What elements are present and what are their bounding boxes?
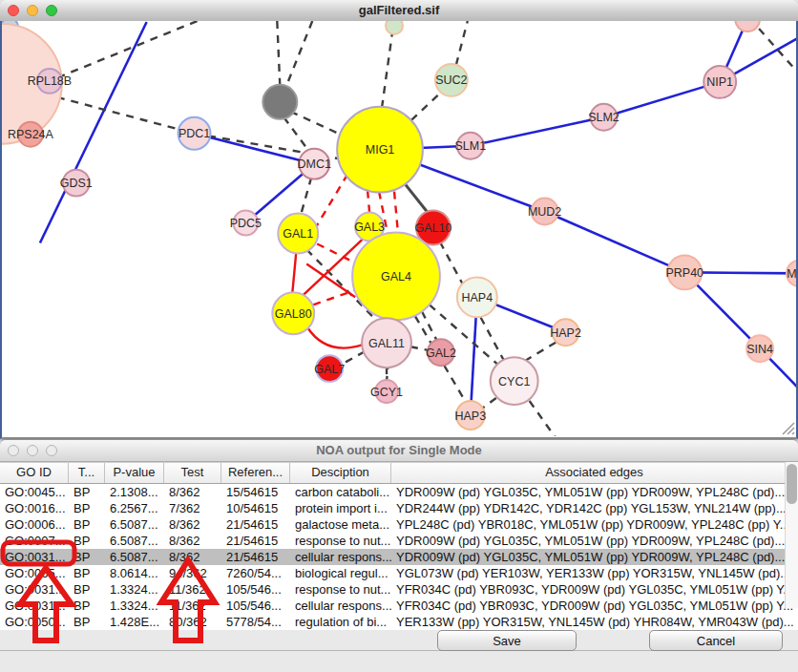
table-cell: BP xyxy=(69,598,105,614)
vertical-scrollbar[interactable] xyxy=(785,462,798,608)
network-edge xyxy=(603,82,720,117)
table-row[interactable]: GO:0006...BP6.5087...8/36221/54615galact… xyxy=(0,516,798,533)
network-edge xyxy=(530,401,556,436)
node-label-PDC1: PDC1 xyxy=(178,127,210,140)
network-edge xyxy=(525,341,558,361)
table-cell: GO:0031... xyxy=(0,549,69,565)
node-label-GAL1: GAL1 xyxy=(283,227,313,241)
table-row[interactable]: GO:0031...BP1.3324...11/362105/546...res… xyxy=(0,581,798,598)
network-edge xyxy=(307,327,363,347)
network-edge xyxy=(422,311,437,341)
node-label-GAL80: GAL80 xyxy=(275,307,312,321)
table-row[interactable]: GO:0016...BP6.2567...7/36210/54615protei… xyxy=(0,500,798,516)
table-cell: 15/54615 xyxy=(221,484,290,500)
table-cell: 11/362 xyxy=(164,581,221,598)
node-green-top[interactable] xyxy=(386,21,403,34)
node-label-GDS1: GDS1 xyxy=(60,177,93,190)
table-cell: carbon cataboli... xyxy=(290,484,391,500)
table-cell: GO:0031... xyxy=(0,581,69,598)
screen: galFiltered.sif RPL18BRPS24AGDS1PDC1DMC1… xyxy=(0,0,798,672)
network-canvas[interactable]: RPL18BRPS24AGDS1PDC1DMC1MIG1SUC2SLM1SLM2… xyxy=(0,21,798,439)
network-edge xyxy=(195,134,315,164)
table-header-row: GO IDT...P-valueTestReferen...Desciption… xyxy=(0,462,798,484)
node-label-HAP4: HAP4 xyxy=(462,291,494,304)
table-cell: BP xyxy=(69,533,105,549)
column-header-associated-edges[interactable]: Associated edges xyxy=(391,463,798,483)
table-cell: 80/362 xyxy=(164,614,221,630)
table-cell: GO:0006... xyxy=(0,516,69,533)
column-header-desciption[interactable]: Desciption xyxy=(290,463,391,483)
network-edge xyxy=(317,243,355,262)
table-cell: GO:0050... xyxy=(0,614,69,630)
table-row[interactable]: GO:0031...BP6.5087...8/36221/54615cellul… xyxy=(0,549,798,565)
node-label-GAL7: GAL7 xyxy=(314,363,345,376)
table-row[interactable]: GO:0007...BP6.5087...8/36221/54615respon… xyxy=(0,533,798,549)
table-cell: 8.0614... xyxy=(105,565,164,581)
network-edge xyxy=(284,117,308,151)
table-cell: 21/54615 xyxy=(221,516,290,533)
table-cell: 6.5087... xyxy=(105,516,164,533)
scrollbar-thumb[interactable] xyxy=(787,464,797,504)
table-row[interactable]: GO:0045...BP2.1308...8/36215/54615carbon… xyxy=(0,484,798,500)
node-gray-node[interactable] xyxy=(262,85,297,119)
node-label-RPS24A: RPS24A xyxy=(8,128,54,141)
table-cell: YDR009W (pd) YGL035C, YML051W (pp) YDR00… xyxy=(391,533,798,549)
node-pink-topright[interactable] xyxy=(735,21,760,32)
node-label-PRP40: PRP40 xyxy=(666,266,704,280)
node-label-MSN: MSN xyxy=(787,267,796,281)
table-cell: 6.2567... xyxy=(105,500,164,516)
node-label-SLM2: SLM2 xyxy=(588,111,620,124)
cancel-button[interactable]: Cancel xyxy=(649,630,783,651)
network-edge xyxy=(292,252,296,293)
network-edge xyxy=(40,22,147,242)
table-cell: BP xyxy=(69,500,105,516)
table-cell: galactose meta... xyxy=(290,516,391,533)
network-edge xyxy=(382,32,392,108)
noa-titlebar[interactable]: NOA output for Single Mode xyxy=(0,440,798,462)
table-cell: YGL073W (pd) YER103W, YER133W (pp) YOR31… xyxy=(391,565,798,581)
network-edge xyxy=(482,398,496,409)
table-cell: GO:0065... xyxy=(0,565,69,581)
network-edge xyxy=(301,178,311,215)
table-cell: YDR009W (pd) YGL035C, YML051W (pp) YDR00… xyxy=(391,484,798,500)
node-label-NIP1: NIP1 xyxy=(706,75,733,89)
column-header-test[interactable]: Test xyxy=(164,463,221,483)
table-row[interactable]: GO:0031...BP1.3324...11/362105/546...cel… xyxy=(0,598,798,614)
network-graph: RPL18BRPS24AGDS1PDC1DMC1MIG1SUC2SLM1SLM2… xyxy=(2,21,796,436)
column-header-go-id[interactable]: GO ID xyxy=(0,463,69,483)
network-titlebar[interactable]: galFiltered.sif xyxy=(0,0,798,22)
table-cell: cellular respons... xyxy=(290,549,391,565)
save-button[interactable]: Save xyxy=(437,630,577,651)
table-cell: BP xyxy=(69,581,105,598)
network-edge xyxy=(368,191,369,213)
table-cell: 8/362 xyxy=(164,516,221,533)
table-cell: regulation of bi... xyxy=(290,614,391,630)
column-header-t[interactable]: T... xyxy=(69,463,105,483)
network-edge xyxy=(411,92,442,120)
table-cell: 21/54615 xyxy=(221,533,290,549)
table-cell: 6.5087... xyxy=(105,549,164,565)
table-cell: 11/362 xyxy=(164,598,221,614)
table-cell: 94/362 xyxy=(164,565,221,581)
column-header-referen[interactable]: Referen... xyxy=(221,463,290,483)
resize-grip-icon[interactable] xyxy=(783,423,794,434)
table-cell: protein import i... xyxy=(290,500,391,516)
node-label-CYC1: CYC1 xyxy=(498,375,530,388)
column-header-p-value[interactable]: P-value xyxy=(105,463,164,483)
node-label-PDC5: PDC5 xyxy=(230,217,262,230)
table-cell: 1.428E... xyxy=(105,614,164,630)
table-row[interactable]: GO:0065...BP8.0614...94/3627260/54...bio… xyxy=(0,565,798,581)
table-row[interactable]: GO:0050...BP1.428E...80/3625778/54...reg… xyxy=(0,614,798,630)
table-cell: 2.1308... xyxy=(105,484,164,500)
table-cell: 8/362 xyxy=(164,533,221,549)
table-cell: cellular respons... xyxy=(290,598,391,614)
table-cell: 8/362 xyxy=(164,484,221,500)
table-cell: BP xyxy=(69,565,105,581)
table-cell: response to nut... xyxy=(290,581,391,598)
table-cell: 105/546... xyxy=(221,581,290,598)
table-cell: YDR244W (pp) YDR142C, YDR142C (pp) YGL15… xyxy=(391,500,798,516)
table-cell: BP xyxy=(69,516,105,533)
network-edge xyxy=(394,192,398,234)
table-cell: GO:0031... xyxy=(0,598,69,614)
table-cell: 8/362 xyxy=(164,549,221,565)
